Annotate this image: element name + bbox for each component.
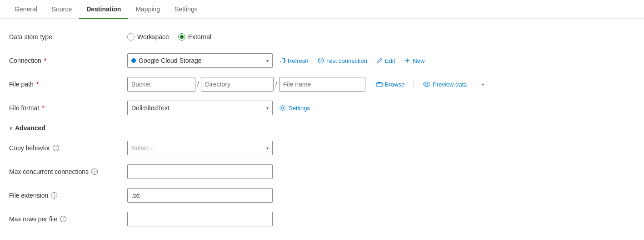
- file-path-group: / /: [127, 77, 365, 92]
- connection-dropdown-text: Google Cloud Storage: [139, 57, 264, 64]
- advanced-chevron-icon: ∨: [9, 126, 12, 131]
- edit-button[interactable]: Edit: [374, 56, 398, 66]
- file-extension-input[interactable]: [127, 188, 273, 203]
- connection-required: *: [44, 57, 46, 64]
- file-format-dropdown-text: DelimitedText: [131, 104, 264, 112]
- file-format-dropdown[interactable]: DelimitedText ▾: [127, 101, 273, 115]
- radio-group: Workspace External: [127, 33, 211, 41]
- file-format-label: File format *: [9, 104, 127, 112]
- file-extension-label: File extension i: [9, 192, 127, 199]
- connection-row: Connection * Google Cloud Storage ▾ Refr…: [9, 53, 635, 68]
- connection-dot: [131, 58, 136, 63]
- advanced-label: Advanced: [15, 124, 45, 132]
- content-area: Data store type Workspace External Conne…: [0, 19, 644, 240]
- format-settings-button[interactable]: Settings: [276, 102, 313, 113]
- radio-workspace[interactable]: Workspace: [127, 33, 169, 41]
- edit-icon: [376, 57, 383, 64]
- copy-behavior-control: Select... ▾: [127, 141, 635, 155]
- toolbar-divider: [414, 80, 414, 89]
- copy-behavior-row: Copy behavior i Select... ▾: [9, 141, 635, 155]
- max-rows-label: Max rows per file i: [9, 215, 127, 223]
- connection-label: Connection *: [9, 57, 127, 64]
- refresh-icon: [279, 57, 285, 64]
- plus-icon: [404, 57, 410, 64]
- tab-destination[interactable]: Destination: [79, 0, 128, 18]
- browse-button[interactable]: Browse: [373, 79, 408, 90]
- filename-input[interactable]: [279, 77, 365, 92]
- tab-source[interactable]: Source: [45, 0, 79, 18]
- test-connection-button[interactable]: Test connection: [315, 56, 370, 66]
- tab-settings[interactable]: Settings: [167, 0, 205, 18]
- file-path-label: File path *: [9, 81, 127, 88]
- tab-general[interactable]: General: [7, 0, 45, 18]
- file-extension-info-icon[interactable]: i: [51, 192, 57, 199]
- preview-chevron[interactable]: ▾: [482, 82, 484, 87]
- svg-point-5: [282, 107, 284, 109]
- radio-external-circle: [178, 33, 185, 41]
- max-rows-info-icon[interactable]: i: [60, 216, 66, 222]
- file-format-row: File format * DelimitedText ▾ Settings: [9, 101, 635, 115]
- advanced-toggle[interactable]: ∨ Advanced: [9, 124, 635, 132]
- copy-behavior-chevron: ▾: [266, 146, 269, 151]
- toolbar-divider-2: [476, 80, 476, 89]
- separator-2: /: [275, 81, 277, 88]
- connection-dropdown[interactable]: Google Cloud Storage ▾: [127, 53, 273, 68]
- max-concurrent-row: Max concurrent connections i: [9, 164, 635, 179]
- max-rows-input[interactable]: [127, 212, 273, 226]
- data-store-type-row: Data store type Workspace External: [9, 30, 635, 44]
- data-store-type-control: Workspace External: [127, 33, 635, 41]
- tab-bar: General Source Destination Mapping Setti…: [0, 0, 644, 19]
- radio-workspace-circle: [127, 33, 135, 41]
- copy-behavior-info-icon[interactable]: i: [53, 145, 59, 151]
- radio-workspace-label: Workspace: [137, 33, 169, 41]
- tab-mapping[interactable]: Mapping: [128, 0, 167, 18]
- max-concurrent-input[interactable]: [127, 164, 273, 179]
- data-store-type-label: Data store type: [9, 33, 127, 41]
- preview-data-button[interactable]: Preview data: [419, 79, 470, 90]
- file-path-required: *: [36, 81, 39, 88]
- bucket-input[interactable]: [127, 77, 195, 92]
- radio-external-label: External: [188, 33, 211, 41]
- settings-icon: [279, 104, 286, 112]
- svg-point-0: [318, 58, 323, 63]
- copy-behavior-label: Copy behavior i: [9, 144, 127, 152]
- copy-behavior-dropdown-text: Select...: [131, 144, 264, 152]
- file-format-chevron: ▾: [266, 106, 269, 111]
- refresh-button[interactable]: Refresh: [276, 56, 311, 66]
- directory-input[interactable]: [201, 77, 274, 92]
- file-extension-row: File extension i: [9, 188, 635, 203]
- max-rows-control: [127, 212, 635, 226]
- file-format-required: *: [42, 104, 44, 112]
- file-path-row: File path * / / Browse: [9, 77, 635, 92]
- connection-control: Google Cloud Storage ▾ Refresh Test conn…: [127, 53, 635, 68]
- file-extension-control: [127, 188, 635, 203]
- max-rows-row: Max rows per file i: [9, 212, 635, 226]
- connection-dropdown-chevron: ▾: [266, 58, 269, 63]
- radio-external[interactable]: External: [178, 33, 211, 41]
- separator-1: /: [197, 81, 199, 88]
- svg-point-3: [426, 83, 428, 85]
- svg-rect-1: [377, 83, 382, 87]
- max-concurrent-control: [127, 164, 635, 179]
- file-format-control: DelimitedText ▾ Settings: [127, 101, 635, 115]
- test-connection-icon: [318, 57, 324, 64]
- max-concurrent-info-icon[interactable]: i: [91, 169, 98, 175]
- max-concurrent-label: Max concurrent connections i: [9, 168, 127, 175]
- file-path-control: / / Browse Preview data: [127, 77, 635, 92]
- browse-icon: [376, 81, 383, 87]
- preview-icon: [423, 81, 430, 87]
- new-button[interactable]: New: [401, 56, 427, 66]
- copy-behavior-dropdown[interactable]: Select... ▾: [127, 141, 273, 155]
